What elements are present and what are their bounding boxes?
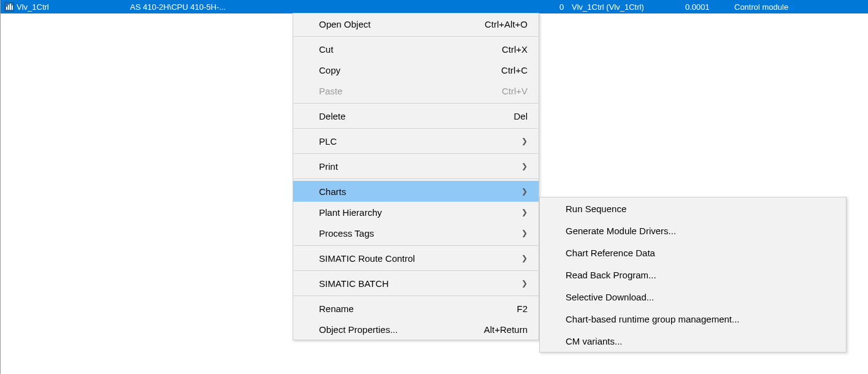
menu-open-object[interactable]: Open Object Ctrl+Alt+O — [293, 13, 539, 34]
menu-separator — [294, 128, 538, 129]
menu-label: Process Tags — [319, 228, 521, 239]
menu-plant-hierarchy[interactable]: Plant Hierarchy ❯ — [293, 202, 539, 223]
chevron-right-icon: ❯ — [521, 187, 528, 196]
row-path: AS 410-2H\CPU 410-5H-... — [130, 2, 559, 12]
menu-label: Chart Reference Data — [566, 248, 835, 258]
menu-delete[interactable]: Delete Del — [293, 105, 539, 126]
context-menu: Open Object Ctrl+Alt+O Cut Ctrl+X Copy C… — [293, 13, 539, 340]
menu-label: SIMATIC Route Control — [319, 253, 521, 264]
menu-separator — [294, 178, 538, 179]
menu-label: PLC — [319, 136, 521, 147]
submenu-runtime-group[interactable]: Chart-based runtime group management... — [540, 308, 846, 330]
chevron-right-icon: ❯ — [521, 229, 528, 237]
svg-rect-3 — [10, 4, 11, 10]
submenu-read-back[interactable]: Read Back Program... — [540, 264, 846, 286]
menu-shortcut: Ctrl+C — [501, 65, 528, 75]
chevron-right-icon: ❯ — [521, 137, 528, 145]
row-num: 0.0001 — [685, 2, 734, 12]
menu-separator — [294, 36, 538, 37]
submenu-cm-variants[interactable]: CM variants... — [540, 330, 846, 352]
menu-label: Run Sequence — [566, 204, 835, 214]
menu-batch[interactable]: SIMATIC BATCH ❯ — [293, 273, 539, 294]
row-zero: 0 — [559, 2, 572, 12]
submenu-chart-reference[interactable]: Chart Reference Data — [540, 242, 846, 264]
submenu-selective-download[interactable]: Selective Download... — [540, 286, 846, 308]
chevron-right-icon: ❯ — [521, 208, 528, 216]
menu-separator — [294, 270, 538, 271]
submenu-run-sequence[interactable]: Run Sequence — [540, 197, 846, 219]
menu-label: Open Object — [319, 19, 485, 29]
charts-submenu: Run Sequence Generate Module Drivers... … — [539, 197, 847, 353]
menu-shortcut: Ctrl+Alt+O — [485, 19, 528, 29]
menu-charts[interactable]: Charts ❯ — [293, 181, 539, 202]
svg-rect-4 — [12, 6, 13, 10]
menu-cut[interactable]: Cut Ctrl+X — [293, 39, 539, 59]
menu-label: Object Properties... — [319, 324, 484, 335]
menu-paste: Paste Ctrl+V — [293, 80, 539, 101]
row-name: Vlv_1Ctrl — [17, 2, 130, 12]
svg-rect-1 — [6, 7, 7, 10]
menu-object-properties[interactable]: Object Properties... Alt+Return — [293, 319, 539, 340]
menu-print[interactable]: Print ❯ — [293, 156, 539, 177]
menu-shortcut: Ctrl+V — [502, 86, 528, 96]
menu-plc[interactable]: PLC ❯ — [293, 131, 539, 151]
menu-copy[interactable]: Copy Ctrl+C — [293, 59, 539, 80]
menu-label: Charts — [319, 186, 521, 197]
menu-label: CM variants... — [566, 336, 835, 346]
menu-shortcut: Del — [513, 111, 528, 121]
chart-icon — [4, 2, 14, 12]
menu-label: Generate Module Drivers... — [566, 226, 835, 236]
menu-separator — [294, 296, 538, 296]
selected-row[interactable]: Vlv_1Ctrl AS 410-2H\CPU 410-5H-... 0 Vlv… — [1, 0, 868, 13]
menu-process-tags[interactable]: Process Tags ❯ — [293, 223, 539, 243]
row-alias: Vlv_1Ctrl (Vlv_1Ctrl) — [572, 2, 685, 12]
menu-route-control[interactable]: SIMATIC Route Control ❯ — [293, 248, 539, 269]
menu-label: Selective Download... — [566, 292, 835, 302]
menu-shortcut: F2 — [517, 303, 528, 314]
chevron-right-icon: ❯ — [521, 254, 528, 262]
menu-shortcut: Alt+Return — [484, 324, 528, 335]
menu-separator — [294, 153, 538, 154]
menu-label: Paste — [319, 86, 502, 96]
menu-label: Chart-based runtime group management... — [566, 314, 835, 324]
menu-label: Print — [319, 161, 521, 172]
menu-shortcut: Ctrl+X — [502, 44, 528, 55]
menu-label: Rename — [319, 303, 517, 314]
menu-separator — [294, 103, 538, 104]
chevron-right-icon: ❯ — [521, 279, 528, 288]
menu-separator — [294, 245, 538, 246]
submenu-generate-drivers[interactable]: Generate Module Drivers... — [540, 219, 846, 242]
menu-label: Cut — [319, 44, 502, 55]
menu-label: Read Back Program... — [566, 270, 835, 280]
menu-rename[interactable]: Rename F2 — [293, 298, 539, 319]
menu-label: Plant Hierarchy — [319, 207, 521, 218]
row-type: Control module — [734, 2, 868, 12]
chevron-right-icon: ❯ — [521, 162, 528, 170]
menu-label: Copy — [319, 65, 501, 75]
svg-rect-2 — [8, 5, 9, 10]
menu-label: Delete — [319, 111, 513, 121]
menu-label: SIMATIC BATCH — [319, 278, 521, 289]
